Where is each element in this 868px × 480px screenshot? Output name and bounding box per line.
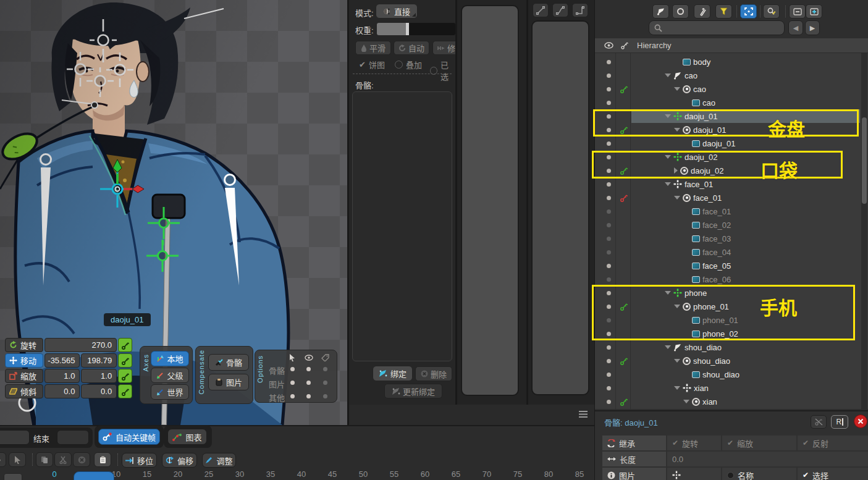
tree-row-face_04[interactable]: face_04 (595, 245, 868, 259)
visibility-dot[interactable] (607, 60, 611, 64)
scale-y-value[interactable]: 1.0 (81, 369, 117, 383)
visibility-dot[interactable] (607, 277, 611, 282)
visibility-dot[interactable] (607, 74, 611, 78)
expander-closed[interactable] (674, 167, 678, 174)
options-other-tag-dot[interactable] (323, 394, 327, 398)
expander-open[interactable] (674, 196, 680, 200)
visibility-dot[interactable] (607, 332, 611, 336)
rename-button[interactable]: R (831, 415, 848, 429)
frame-selection-button[interactable] (740, 4, 757, 19)
scale-key-button[interactable] (118, 369, 132, 383)
tree-row-face_01[interactable]: face_01 (595, 204, 868, 218)
tree-row-body[interactable]: body (595, 55, 868, 69)
scrollbar-thumb[interactable] (862, 117, 867, 204)
tree-row-cao[interactable]: cao (595, 82, 868, 96)
ruler-tick-85[interactable]: 85 (575, 469, 584, 479)
axes-local-button[interactable]: 本地 (151, 351, 189, 366)
ruler-tick-65[interactable]: 65 (452, 469, 460, 479)
rotate-value[interactable]: 270.0 (44, 338, 117, 352)
bone-color-button[interactable] (811, 415, 827, 429)
mode-dropdown[interactable]: 直接 (376, 4, 418, 19)
tree-row-daoju_01[interactable]: daoju_01 (595, 123, 868, 137)
search-next-button[interactable]: ▶ (805, 20, 820, 35)
image-select-checkbox[interactable]: ✔选择 (798, 468, 868, 480)
tree-row-cao[interactable]: cao (595, 96, 868, 109)
adjust-button[interactable]: 调整 (202, 453, 236, 468)
selected-checkbox[interactable]: 已选 (430, 59, 455, 82)
visibility-dot[interactable] (607, 345, 611, 350)
expander-open[interactable] (674, 128, 680, 132)
expander-open[interactable] (665, 155, 671, 159)
tree-row-daoju_02[interactable]: daoju_02 (595, 164, 868, 177)
expander-open[interactable] (665, 114, 671, 118)
inherit-reflect-checkbox[interactable]: ✔反射 (798, 436, 868, 450)
ruler-tick-0[interactable]: 0 (52, 469, 56, 479)
options-image-eye-dot[interactable] (306, 381, 311, 385)
tree-row-daoju_01[interactable]: daoju_01 (595, 137, 868, 150)
tree-row-phone_02[interactable]: phone_02 (595, 327, 868, 340)
inherit-scale-checkbox[interactable]: ✔缩放 (722, 436, 796, 450)
ruler-tick-15[interactable]: 15 (143, 469, 151, 479)
visibility-dot[interactable] (607, 264, 611, 268)
collapse-all-button[interactable] (789, 4, 806, 19)
expander-open[interactable] (674, 359, 680, 363)
visibility-dot[interactable] (607, 196, 611, 200)
scale-label-cell[interactable]: 缩放 (5, 369, 43, 383)
tree-row-daoju_02[interactable]: daoju_02 (595, 150, 868, 164)
visibility-column-icon[interactable] (604, 42, 613, 49)
visibility-dot[interactable] (607, 237, 611, 241)
delete-button[interactable]: 删除 (415, 366, 452, 381)
create-bone-button[interactable] (652, 4, 669, 19)
tree-row-daoju_01[interactable]: daoju_01 (595, 109, 868, 123)
rotate-label-cell[interactable]: 旋转 (5, 338, 43, 352)
visibility-dot[interactable] (607, 141, 611, 146)
weight-slider-handle[interactable] (406, 23, 409, 35)
inherit-rotate-checkbox[interactable]: ✔旋转 (667, 436, 721, 450)
menu-handle-icon[interactable] (578, 410, 588, 418)
visibility-dot[interactable] (607, 114, 611, 119)
visibility-dot[interactable] (607, 169, 611, 173)
translate-key-button[interactable] (118, 353, 132, 368)
expand-all-button[interactable] (806, 4, 822, 19)
visibility-dot[interactable] (607, 223, 611, 227)
end-frame-input[interactable] (57, 430, 89, 445)
shear-y-value[interactable]: 0.0 (81, 384, 117, 398)
axes-world-button[interactable]: 世界 (151, 384, 189, 400)
expander-open[interactable] (665, 182, 671, 186)
auto-key-button[interactable]: 自动关键帧 (98, 429, 160, 445)
prune-button[interactable]: 修剪 (432, 41, 455, 55)
visibility-dot[interactable] (607, 373, 611, 377)
expander-open[interactable] (665, 74, 671, 77)
ruler-tick-25[interactable]: 25 (204, 469, 213, 479)
ruler-tick-35[interactable]: 35 (266, 469, 275, 479)
graph-area[interactable] (531, 20, 589, 395)
playback-button-partial[interactable] (4, 473, 22, 480)
overlay-checkbox[interactable]: 叠加 (395, 59, 422, 70)
tree-row-phone_01[interactable]: phone_01 (595, 313, 868, 327)
shear-label-cell[interactable]: 倾斜 (5, 384, 43, 398)
tree-row-shou_diao[interactable]: shou_diao (595, 368, 868, 381)
translate-label-cell[interactable]: 移动 (5, 353, 43, 368)
link-column-icon[interactable] (621, 41, 628, 49)
tree-row-face_06[interactable]: face_06 (595, 272, 868, 286)
tree-row-xian[interactable]: xian (595, 395, 868, 408)
compensate-bone-button[interactable]: 骨骼 (208, 354, 249, 371)
visibility-dot[interactable] (607, 87, 611, 91)
hierarchy-search-input[interactable] (649, 20, 785, 35)
graph-button[interactable]: 图表 (167, 429, 207, 445)
visibility-dot[interactable] (607, 209, 611, 214)
options-image-tag-dot[interactable] (323, 381, 327, 385)
pie-checkbox[interactable]: ✔ 饼图 (359, 59, 385, 70)
smooth-button[interactable]: 平滑 (355, 41, 391, 55)
ruler-tick-20[interactable]: 20 (174, 469, 182, 479)
shear-x-value[interactable]: 0.0 (44, 384, 80, 398)
expander-open[interactable] (674, 305, 680, 308)
length-value-field[interactable]: 0.0 (667, 452, 868, 466)
constraint-list[interactable] (461, 5, 519, 396)
scale-x-value[interactable]: 1.0 (44, 369, 80, 383)
canvas-viewport[interactable]: daoju_01 旋转 270.0 移动 -35.565 198.79 (0, 0, 347, 425)
hierarchy-tree[interactable]: bodycaocaocaodaoju_01daoju_01daoju_01dao… (595, 53, 868, 409)
tree-row-face_05[interactable]: face_05 (595, 259, 868, 272)
ruler-tick-60[interactable]: 60 (421, 469, 429, 479)
curve-linear-button[interactable] (533, 3, 549, 17)
